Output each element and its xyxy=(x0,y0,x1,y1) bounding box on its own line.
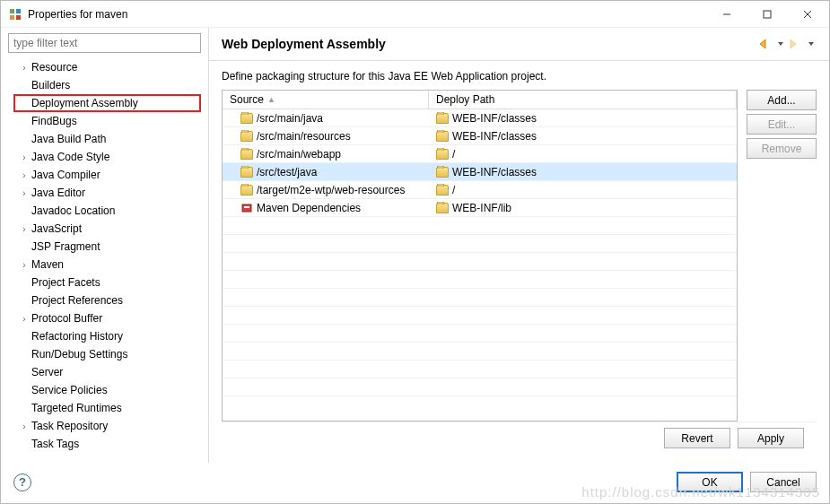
close-button[interactable] xyxy=(787,2,827,27)
table-row-empty xyxy=(223,378,737,396)
tree-item-label: Task Tags xyxy=(31,438,79,450)
forward-menu-icon[interactable] xyxy=(806,39,817,49)
tree-item[interactable]: ›Java Editor xyxy=(13,184,201,202)
tree-item[interactable]: JSP Fragment xyxy=(13,238,201,256)
tree-item-label: JavaScript xyxy=(31,222,82,235)
tree-item[interactable]: Run/Debug Settings xyxy=(13,345,201,363)
table-row-empty xyxy=(223,217,737,235)
filter-input[interactable] xyxy=(8,33,201,53)
help-icon[interactable]: ? xyxy=(13,474,31,491)
table-header: Source▲ Deploy Path xyxy=(223,91,737,109)
page-header: Web Deployment Assembly xyxy=(209,28,829,61)
deploy-cell: WEB-INF/classes xyxy=(452,130,537,143)
source-cell: /src/test/java xyxy=(257,166,317,178)
tree-item[interactable]: Targeted Runtimes xyxy=(13,399,201,417)
tree-item[interactable]: ›Java Code Style xyxy=(13,148,201,166)
chevron-right-icon[interactable]: › xyxy=(19,260,30,270)
tree-item[interactable]: ›Resource xyxy=(13,58,201,76)
tree-item[interactable]: Java Build Path xyxy=(13,130,201,148)
chevron-right-icon[interactable]: › xyxy=(19,314,30,324)
main-panel: Web Deployment Assembly Define packaging… xyxy=(209,28,829,463)
side-buttons: Add... Edit... Remove xyxy=(747,90,817,421)
table-row[interactable]: /src/main/javaWEB-INF/classes xyxy=(223,109,737,127)
tree-item-label: Java Compiler xyxy=(31,169,100,181)
edit-button[interactable]: Edit... xyxy=(747,114,817,135)
tree-item[interactable]: Javadoc Location xyxy=(13,202,201,220)
table-row-empty xyxy=(223,271,737,289)
tree-item[interactable]: ›Java Compiler xyxy=(13,166,201,184)
folder-icon xyxy=(436,113,449,124)
apply-button[interactable]: Apply xyxy=(738,428,804,448)
ok-button[interactable]: OK xyxy=(677,472,743,492)
remove-button[interactable]: Remove xyxy=(747,138,817,159)
tree-item-label: Javadoc Location xyxy=(31,204,115,217)
col-deploy[interactable]: Deploy Path xyxy=(429,91,737,109)
tree-item[interactable]: Server xyxy=(13,363,201,381)
source-cell: /src/main/resources xyxy=(257,130,351,143)
tree-item-label: Protocol Buffer xyxy=(31,312,102,325)
table-row[interactable]: /src/main/webapp/ xyxy=(223,145,737,163)
tree-item-label: Java Code Style xyxy=(31,151,109,163)
folder-icon xyxy=(436,131,449,142)
chevron-right-icon[interactable]: › xyxy=(19,224,30,234)
apply-footer: Revert Apply xyxy=(222,421,817,454)
forward-icon[interactable] xyxy=(788,39,804,49)
maximize-button[interactable] xyxy=(747,2,787,27)
table-row-empty xyxy=(223,361,737,378)
sort-asc-icon: ▲ xyxy=(267,95,275,104)
tree-item[interactable]: ›JavaScript xyxy=(13,220,201,238)
tree-item-label: Java Editor xyxy=(31,187,85,199)
source-cell: /target/m2e-wtp/web-resources xyxy=(257,184,405,196)
chevron-right-icon[interactable]: › xyxy=(19,152,30,162)
table-body[interactable]: /src/main/javaWEB-INF/classes/src/main/r… xyxy=(223,109,737,421)
table-row-empty xyxy=(223,253,737,271)
tree-item[interactable]: Task Tags xyxy=(13,435,201,453)
maven-icon xyxy=(240,203,253,213)
table-row-empty xyxy=(223,235,737,253)
tree-item[interactable]: Deployment Assembly xyxy=(13,94,201,112)
tree-item[interactable]: ›Protocol Buffer xyxy=(13,309,201,327)
tree-item[interactable]: FindBugs xyxy=(13,112,201,130)
dialog-footer: ? OK Cancel xyxy=(1,463,829,503)
filter-box xyxy=(8,33,201,53)
tree-item[interactable]: ›Maven xyxy=(13,256,201,274)
chevron-right-icon[interactable]: › xyxy=(19,63,30,73)
svg-rect-3 xyxy=(16,15,21,20)
table-row[interactable]: /src/test/javaWEB-INF/classes xyxy=(223,163,737,181)
deploy-cell: / xyxy=(452,184,455,196)
folder-icon xyxy=(436,149,449,160)
table-row[interactable]: /target/m2e-wtp/web-resources/ xyxy=(223,181,737,199)
back-icon[interactable] xyxy=(757,39,773,49)
tree-item[interactable]: Project References xyxy=(13,291,201,309)
tree-item-label: Resource xyxy=(31,61,77,74)
table-row[interactable]: /src/main/resourcesWEB-INF/classes xyxy=(223,127,737,145)
tree-item-label: Service Policies xyxy=(31,384,108,396)
sidebar: ›ResourceBuildersDeployment AssemblyFind… xyxy=(1,28,209,463)
add-button[interactable]: Add... xyxy=(747,90,817,110)
folder-icon xyxy=(240,113,253,124)
category-tree[interactable]: ›ResourceBuildersDeployment AssemblyFind… xyxy=(1,58,208,463)
chevron-right-icon[interactable]: › xyxy=(19,421,30,431)
tree-item[interactable]: Builders xyxy=(13,76,201,94)
tree-item[interactable]: Service Policies xyxy=(13,381,201,399)
tree-item[interactable]: Project Facets xyxy=(13,274,201,291)
tree-item[interactable]: ›Task Repository xyxy=(13,417,201,435)
table-row-empty xyxy=(223,307,737,325)
cancel-button[interactable]: Cancel xyxy=(750,472,817,492)
tree-item-label: Builders xyxy=(31,79,70,91)
back-menu-icon[interactable] xyxy=(775,39,786,49)
tree-item-label: Task Repository xyxy=(31,420,108,432)
folder-icon xyxy=(240,167,253,178)
deploy-cell: WEB-INF/classes xyxy=(452,166,537,178)
svg-rect-0 xyxy=(10,9,14,13)
chevron-right-icon[interactable]: › xyxy=(19,188,30,198)
revert-button[interactable]: Revert xyxy=(664,428,730,448)
chevron-right-icon[interactable]: › xyxy=(19,170,30,180)
titlebar: Properties for maven xyxy=(1,1,829,28)
tree-item[interactable]: Refactoring History xyxy=(13,327,201,345)
col-source[interactable]: Source▲ xyxy=(223,91,429,109)
table-row[interactable]: Maven DependenciesWEB-INF/lib xyxy=(223,199,737,217)
minimize-button[interactable] xyxy=(706,2,747,27)
source-cell: /src/main/java xyxy=(257,112,323,125)
svg-rect-9 xyxy=(244,206,249,208)
